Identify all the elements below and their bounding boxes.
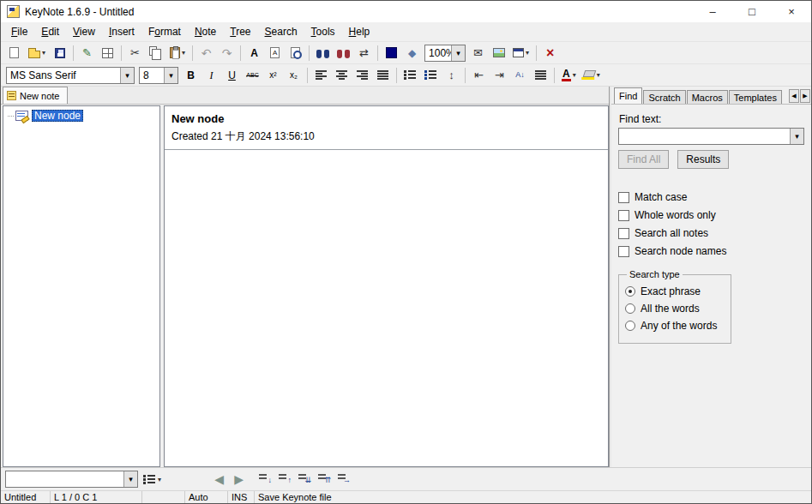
find-option-search-node-names[interactable]: Search node names — [618, 245, 804, 257]
search-type-all-the-words[interactable]: All the words — [625, 303, 725, 315]
bullet-list-button[interactable] — [400, 66, 420, 85]
align-justify-button[interactable] — [373, 66, 393, 85]
save-file-button[interactable] — [50, 44, 69, 63]
menu-note[interactable]: Note — [188, 23, 223, 40]
find-button[interactable] — [313, 44, 333, 63]
delete-node-button[interactable]: × — [540, 44, 560, 63]
tree-panel: New node — [3, 105, 160, 467]
checkbox-icon[interactable] — [618, 210, 629, 221]
note-tab-new-note[interactable]: New note — [3, 87, 68, 104]
bold-button[interactable]: B — [181, 66, 201, 85]
insert-picture-button[interactable] — [489, 44, 508, 63]
tree-layout-button[interactable]: ▾ — [140, 470, 165, 489]
menu-edit[interactable]: Edit — [34, 23, 66, 40]
nav-back-button[interactable]: ◀ — [209, 470, 229, 489]
copy-button[interactable] — [146, 44, 165, 63]
panel-tab-find[interactable]: Find — [614, 87, 642, 104]
panel-tab-macros[interactable]: Macros — [687, 90, 728, 104]
tree-node-new-node[interactable]: New node — [3, 106, 159, 122]
tabs-scroll-right-icon[interactable]: ▶ — [800, 89, 810, 103]
print-preview-button[interactable] — [286, 44, 305, 63]
menu-search[interactable]: Search — [258, 23, 304, 40]
find-text-combo[interactable]: ▾ — [618, 128, 804, 145]
search-type-any-of-the-words[interactable]: Any of the words — [625, 320, 725, 332]
style-swatch-button[interactable] — [382, 44, 401, 63]
line-spacing-button[interactable]: ↕ — [442, 66, 461, 85]
nav-forward-button[interactable]: ▶ — [229, 470, 249, 489]
find-option-match-case[interactable]: Match case — [618, 191, 804, 203]
superscript-button[interactable]: x² — [263, 66, 283, 85]
underline-button[interactable]: U — [222, 66, 242, 85]
paragraph-dialog-button[interactable] — [265, 44, 285, 63]
align-center-button[interactable] — [332, 66, 352, 85]
undo-button[interactable]: ↶ — [196, 44, 216, 63]
open-file-button[interactable]: ▾ — [25, 44, 49, 63]
menu-view[interactable]: View — [66, 23, 102, 40]
align-right-button[interactable] — [352, 66, 372, 85]
close-button[interactable]: × — [772, 1, 811, 22]
numbered-list-icon — [424, 70, 437, 80]
chevron-down-icon[interactable]: ▾ — [120, 68, 134, 83]
tabs-scroll-left-icon[interactable]: ◀ — [789, 89, 799, 103]
chevron-down-icon[interactable]: ▾ — [123, 471, 137, 487]
find-all-button[interactable]: Find All — [618, 150, 669, 169]
font-dialog-button[interactable]: A — [244, 44, 264, 63]
menu-help[interactable]: Help — [342, 23, 377, 40]
goto-parent-button[interactable]: → — [334, 470, 354, 489]
maximize-button[interactable]: □ — [732, 1, 772, 22]
strikethrough-button[interactable]: ABC — [243, 66, 262, 85]
paste-button[interactable]: ▾ — [166, 44, 189, 63]
panel-tab-templates[interactable]: Templates — [729, 90, 782, 104]
radio-icon[interactable] — [625, 303, 635, 314]
resource-panel-toggle-button[interactable]: ▾ — [509, 44, 532, 63]
font-color-button[interactable]: A▾ — [558, 66, 580, 85]
chevron-down-icon[interactable]: ▾ — [451, 45, 465, 61]
menu-insert[interactable]: Insert — [102, 23, 141, 40]
zoom-combo[interactable]: 100%▾ — [424, 45, 466, 62]
collapse-all-button[interactable]: ⇈ — [315, 470, 334, 489]
menu-tools[interactable]: Tools — [304, 23, 342, 40]
indent-button[interactable]: ⇥ — [490, 66, 509, 85]
menu-format[interactable]: Format — [141, 23, 188, 40]
format-painter-button[interactable]: ◆ — [402, 44, 422, 63]
find-option-search-all-notes[interactable]: Search all notes — [618, 227, 804, 239]
expand-all-button[interactable]: ⇊ — [295, 470, 315, 489]
search-type-exact-phrase[interactable]: Exact phrase — [625, 285, 725, 297]
font-name-combo[interactable]: MS Sans Serif▾ — [6, 67, 135, 84]
sort-lines-button[interactable]: A↓ — [510, 66, 530, 85]
checkbox-icon[interactable] — [618, 192, 629, 203]
editor-text-area[interactable] — [165, 150, 608, 466]
find-option-whole-words-only[interactable]: Whole words only — [618, 209, 804, 221]
new-file-button[interactable] — [4, 44, 24, 63]
find-next-button[interactable] — [334, 44, 353, 63]
node-history-combo[interactable]: ▾ — [5, 471, 138, 488]
new-node-button[interactable]: ✎ — [77, 44, 97, 63]
font-size-combo[interactable]: 8▾ — [139, 67, 178, 84]
collapse-node-button[interactable]: ↑ — [275, 470, 295, 489]
cut-button[interactable]: ✂ — [125, 44, 145, 63]
radio-icon[interactable] — [625, 286, 635, 297]
radio-icon[interactable] — [625, 321, 635, 331]
results-button[interactable]: Results — [677, 150, 729, 169]
outdent-button[interactable]: ⇤ — [469, 66, 489, 85]
minimize-button[interactable]: – — [693, 1, 732, 22]
subscript-button[interactable]: x₂ — [284, 66, 304, 85]
note-tab-strip: New note — [1, 87, 609, 105]
chevron-down-icon[interactable]: ▾ — [790, 129, 803, 144]
checkbox-icon[interactable] — [618, 228, 629, 239]
menu-file[interactable]: File — [4, 23, 34, 40]
numbered-list-button[interactable] — [421, 66, 441, 85]
italic-button[interactable]: I — [201, 66, 221, 85]
new-subnode-button[interactable] — [98, 44, 117, 63]
panel-tab-scratch[interactable]: Scratch — [643, 90, 685, 104]
show-formatting-button[interactable] — [531, 66, 550, 85]
highlight-color-button[interactable]: ▾ — [580, 66, 604, 85]
export-note-button[interactable]: ✉ — [468, 44, 488, 63]
chevron-down-icon[interactable]: ▾ — [164, 68, 177, 83]
checkbox-icon[interactable] — [618, 246, 629, 257]
redo-button[interactable]: ↷ — [217, 44, 237, 63]
align-left-button[interactable] — [311, 66, 331, 85]
expand-node-button[interactable]: ↓ — [256, 470, 275, 489]
replace-button[interactable]: ⇄ — [354, 44, 374, 63]
menu-tree[interactable]: Tree — [223, 23, 257, 40]
